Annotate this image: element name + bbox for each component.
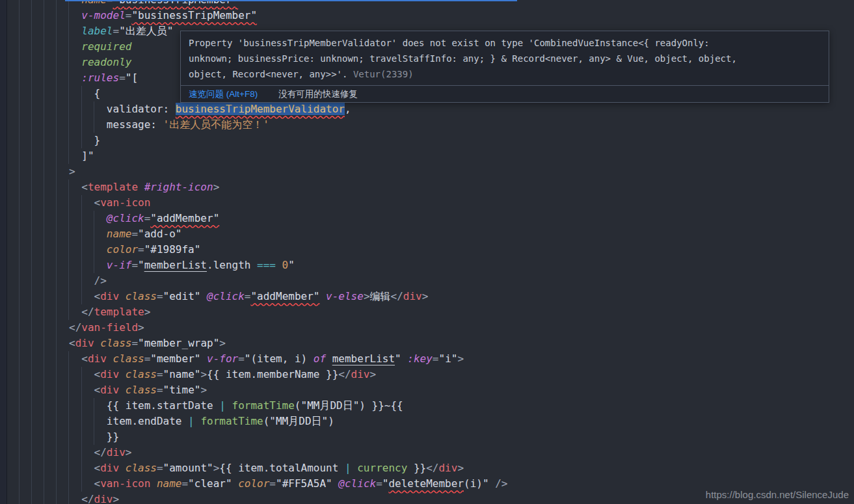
code-line[interactable]: </div> bbox=[19, 445, 507, 460]
code-token bbox=[351, 462, 358, 474]
code-token: div bbox=[88, 352, 107, 365]
code-token: 编辑 bbox=[370, 290, 391, 302]
code-token: === bbox=[257, 259, 276, 271]
code-token: required bbox=[19, 40, 131, 53]
code-token: > bbox=[213, 181, 220, 193]
code-token: "time" bbox=[163, 384, 201, 396]
code-token: @click bbox=[338, 477, 376, 490]
code-line[interactable]: <div class="amount">{{ item.totalAmount … bbox=[19, 460, 507, 476]
code-line[interactable]: <div class="time"> bbox=[19, 382, 507, 398]
code-token: </ bbox=[426, 462, 438, 474]
code-token: memberList bbox=[332, 352, 395, 365]
code-token: | bbox=[219, 399, 226, 412]
code-token: memberList bbox=[144, 259, 207, 271]
code-token: "#1989fa" bbox=[144, 243, 201, 256]
code-token: "[ bbox=[126, 72, 138, 84]
code-line[interactable]: v-if="memberList.length === 0" bbox=[19, 258, 507, 273]
code-line[interactable]: <div class="member_wrap"> bbox=[19, 336, 507, 351]
code-token: = bbox=[113, 25, 120, 37]
code-line[interactable]: <van-icon name="clear" color="#FF5A5A" @… bbox=[19, 476, 507, 492]
code-token: class bbox=[126, 462, 157, 474]
code-token: = bbox=[126, 9, 132, 21]
code-line[interactable]: > bbox=[19, 164, 507, 179]
code-token: {{ item.memberName }} bbox=[207, 368, 338, 380]
error-message-line3-text: object, Record<never, any>>'. bbox=[189, 69, 353, 79]
code-line[interactable]: <div class="name">{{ item.memberName }}<… bbox=[19, 367, 507, 382]
code-token: div bbox=[100, 384, 119, 396]
code-line[interactable]: <van-icon bbox=[19, 195, 507, 211]
code-token: /> bbox=[19, 274, 107, 287]
watermark: https://blog.csdn.net/SilenceJude bbox=[706, 489, 849, 500]
code-line[interactable]: name="add-o" bbox=[19, 226, 507, 242]
code-token: "MM月DD日" bbox=[269, 415, 328, 427]
code-token bbox=[119, 368, 126, 380]
code-token: (i) bbox=[464, 477, 483, 490]
code-token: readonly bbox=[19, 56, 131, 68]
code-token: = bbox=[138, 243, 144, 256]
code-token: @click bbox=[207, 290, 245, 302]
code-token bbox=[319, 290, 326, 302]
code-token: "amount" bbox=[163, 462, 213, 474]
code-line[interactable]: {{ item.startDate | formatTime("MM月DD日")… bbox=[19, 398, 507, 414]
code-token: " bbox=[288, 259, 295, 271]
code-line[interactable]: }} bbox=[19, 429, 507, 445]
code-token: div bbox=[351, 368, 370, 380]
vscode-editor: { "editor": { "watermark": "https://blog… bbox=[0, 0, 854, 504]
code-token: > bbox=[200, 368, 207, 380]
tooltip-actions: 速览问题 (Alt+F8) 没有可用的快速修复 bbox=[181, 85, 829, 102]
code-token: van-icon bbox=[100, 196, 150, 209]
code-token: v-model bbox=[19, 9, 126, 21]
code-line[interactable]: color="#1989fa" bbox=[19, 242, 507, 258]
code-line[interactable]: </template> bbox=[19, 304, 507, 320]
code-token: ) }}~{{ bbox=[359, 399, 403, 412]
code-line[interactable]: message: '出差人员不能为空！' bbox=[19, 117, 507, 133]
code-line[interactable]: /> bbox=[19, 273, 507, 289]
code-token: = bbox=[269, 477, 276, 490]
code-token: "member_wrap" bbox=[138, 337, 219, 349]
code-token: (item, i) bbox=[250, 352, 313, 365]
code-token: < bbox=[19, 384, 100, 396]
code-token: " bbox=[483, 477, 489, 490]
code-line[interactable]: v-model="businessTripMember" bbox=[19, 8, 507, 23]
code-line[interactable]: validator: businessTripMemberValidator, bbox=[19, 101, 507, 117]
code-line[interactable]: @click="addMember" bbox=[19, 211, 507, 226]
code-token: < bbox=[19, 290, 100, 302]
code-token: template bbox=[94, 306, 144, 318]
code-token: > bbox=[364, 290, 370, 302]
code-token: < bbox=[19, 181, 88, 193]
code-token: > bbox=[219, 337, 226, 349]
code-line[interactable]: <div class="member" v-for="(item, i) of … bbox=[19, 351, 507, 367]
code-line[interactable]: ]" bbox=[19, 148, 507, 164]
code-token: = bbox=[144, 212, 151, 224]
code-line[interactable]: item.endDate | formatTime("MM月DD日") bbox=[19, 414, 507, 429]
code-token: } bbox=[19, 134, 100, 146]
code-token: class bbox=[126, 368, 157, 380]
peek-problem-link[interactable]: 速览问题 (Alt+F8) bbox=[189, 88, 258, 100]
code-token: > bbox=[200, 384, 207, 396]
code-token: " bbox=[382, 477, 389, 490]
code-line[interactable]: <template #right-icon> bbox=[19, 179, 507, 195]
code-token: </ bbox=[19, 306, 94, 318]
code-token: }} bbox=[407, 462, 426, 474]
code-token: = bbox=[181, 477, 188, 490]
code-token: " bbox=[138, 259, 144, 271]
code-token: < bbox=[19, 462, 100, 474]
code-line[interactable]: </van-field> bbox=[19, 320, 507, 336]
code-token: name bbox=[19, 228, 131, 240]
code-token: | bbox=[345, 462, 351, 474]
code-token: class bbox=[100, 337, 131, 349]
code-token: validator: bbox=[19, 103, 176, 115]
code-token: div bbox=[100, 368, 119, 380]
error-message: Property 'businessTripMemberValidator' d… bbox=[181, 31, 829, 85]
code-token bbox=[200, 352, 207, 365]
code-token: label bbox=[19, 25, 113, 37]
code-token: div bbox=[100, 462, 119, 474]
code-line[interactable]: <div class="edit" @click="addMember" v-e… bbox=[19, 289, 507, 304]
code-line[interactable]: } bbox=[19, 133, 507, 148]
code-token: van-icon bbox=[100, 477, 150, 490]
code-token: = bbox=[144, 352, 151, 365]
code-token: > bbox=[370, 368, 377, 380]
code-token bbox=[489, 477, 496, 490]
code-token: "#FF5A5A" bbox=[276, 477, 332, 490]
code-line[interactable]: </div> bbox=[19, 492, 507, 504]
